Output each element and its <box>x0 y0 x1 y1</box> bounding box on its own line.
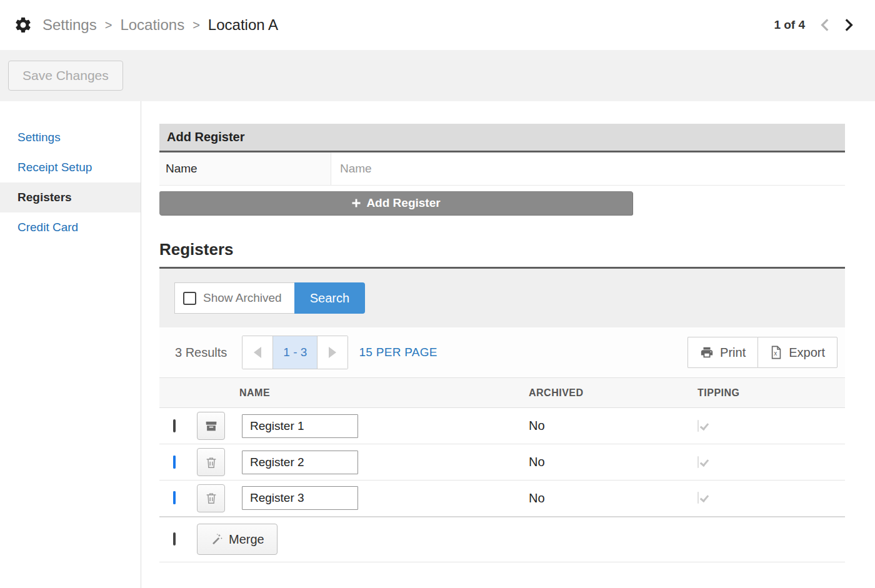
table-header-row: NAME ARCHIVED TIPPING <box>159 378 845 408</box>
chevron-right-icon[interactable] <box>840 17 856 33</box>
breadcrumb-separator: > <box>192 18 200 32</box>
register-name-input[interactable] <box>242 451 358 474</box>
per-page-link[interactable]: 15 PER PAGE <box>359 346 437 359</box>
new-register-name-input[interactable] <box>331 152 845 185</box>
page-range-indicator[interactable]: 1 - 3 <box>272 336 318 369</box>
add-register-button[interactable]: Add Register <box>159 191 632 215</box>
table-row: No <box>159 408 845 444</box>
export-button-label: Export <box>789 346 825 360</box>
merge-button[interactable]: Merge <box>197 524 278 555</box>
add-register-name-row: Name <box>159 152 845 186</box>
chevron-left-icon[interactable] <box>818 17 834 33</box>
results-count: 3 Results <box>175 346 227 360</box>
action-toolbar: Save Changes <box>0 50 875 101</box>
gear-icon <box>14 16 32 34</box>
tipping-checkbox <box>698 420 699 432</box>
svg-text:x: x <box>774 350 778 357</box>
sidebar-item-registers[interactable]: Registers <box>0 182 141 212</box>
trash-icon <box>204 456 218 469</box>
triangle-right-icon <box>329 347 336 358</box>
column-header-archived: ARCHIVED <box>526 378 695 408</box>
print-export-group: Print x Export <box>688 337 838 368</box>
search-button[interactable]: Search <box>294 282 365 314</box>
breadcrumb-current-location: Location A <box>208 16 278 34</box>
row-select-checkbox[interactable] <box>173 419 176 432</box>
settings-sidebar: Settings Receipt Setup Registers Credit … <box>0 101 141 588</box>
page-next-button[interactable] <box>318 336 348 369</box>
print-button-label: Print <box>720 346 746 360</box>
tipping-checkbox <box>698 456 699 468</box>
merge-row: Merge <box>159 517 845 562</box>
location-pager: 1 of 4 <box>774 17 856 33</box>
delete-register-button[interactable] <box>197 448 225 476</box>
trash-icon <box>204 491 218 505</box>
breadcrumb-separator: > <box>105 18 112 32</box>
print-button[interactable]: Print <box>688 337 758 368</box>
add-register-button-label: Add Register <box>366 196 440 210</box>
breadcrumb-settings[interactable]: Settings <box>42 16 97 34</box>
excel-file-icon: x <box>770 346 782 359</box>
save-changes-button[interactable]: Save Changes <box>8 61 123 91</box>
show-archived-label: Show Archived <box>203 291 282 305</box>
main-content: Add Register Name Add Register Registers <box>141 101 875 588</box>
archive-register-button[interactable] <box>197 412 225 440</box>
archived-value: No <box>529 491 545 505</box>
results-bar: 3 Results 1 - 3 15 PER PAGE <box>159 327 845 377</box>
registers-table: NAME ARCHIVED TIPPING <box>159 377 845 562</box>
add-register-panel-title: Add Register <box>159 124 845 152</box>
merge-select-checkbox[interactable] <box>173 532 176 546</box>
breadcrumb-locations[interactable]: Locations <box>120 16 184 34</box>
merge-button-label: Merge <box>229 532 264 547</box>
app-header: Settings > Locations > Location A 1 of 4 <box>0 0 875 50</box>
page-previous-button[interactable] <box>242 336 272 369</box>
plus-icon <box>351 198 361 208</box>
show-archived-checkbox[interactable] <box>183 292 196 305</box>
show-archived-toggle[interactable]: Show Archived <box>174 282 294 314</box>
archive-icon <box>204 419 218 433</box>
registers-section-title: Registers <box>159 240 845 259</box>
printer-icon <box>700 346 714 359</box>
column-header-name: NAME <box>233 378 526 408</box>
archived-value: No <box>529 419 545 432</box>
table-row: No <box>159 444 845 481</box>
register-search-band: Show Archived Search <box>159 269 845 327</box>
registers-panel: Show Archived Search 3 Results 1 - 3 <box>159 267 845 562</box>
triangle-left-icon <box>254 347 261 358</box>
sidebar-item-receipt-setup[interactable]: Receipt Setup <box>0 152 141 182</box>
register-name-input[interactable] <box>242 486 358 510</box>
add-register-panel: Add Register Name Add Register <box>159 124 845 215</box>
register-name-input[interactable] <box>242 414 358 438</box>
breadcrumb: Settings > Locations > Location A <box>42 16 278 34</box>
name-field-label: Name <box>159 152 331 185</box>
tipping-checkbox <box>698 492 699 504</box>
row-select-checkbox[interactable] <box>173 456 176 469</box>
sidebar-item-settings[interactable]: Settings <box>0 122 141 152</box>
sidebar-item-credit-card[interactable]: Credit Card <box>0 212 141 242</box>
export-button[interactable]: x Export <box>758 337 838 368</box>
delete-register-button[interactable] <box>197 484 225 512</box>
table-row: No <box>159 481 845 517</box>
pagination-control: 1 - 3 <box>242 336 348 369</box>
magic-wand-icon <box>210 533 223 546</box>
row-select-checkbox[interactable] <box>173 491 176 504</box>
archived-value: No <box>529 455 545 469</box>
column-header-tipping: TIPPING <box>695 378 845 408</box>
pager-count-label: 1 of 4 <box>774 18 805 32</box>
